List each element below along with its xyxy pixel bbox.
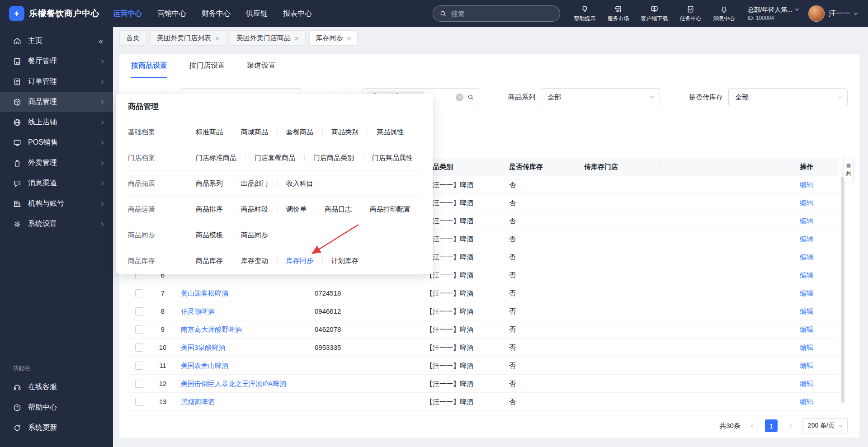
- page-size-select[interactable]: 200 条/页: [802, 418, 848, 433]
- edit-link[interactable]: 编辑: [800, 217, 813, 225]
- top-nav-item[interactable]: 财务中心: [202, 9, 231, 19]
- clear-icon[interactable]: ×: [456, 94, 463, 101]
- menu-item[interactable]: 商品库存: [187, 257, 232, 265]
- menu-item[interactable]: 套餐商品: [277, 128, 322, 136]
- top-nav-item[interactable]: 供应链: [246, 9, 268, 19]
- menu-group-extension: 商品拓展 商品系列出品部门收入科目: [128, 171, 421, 197]
- product-name-link[interactable]: 黄山迎客松啤酒: [181, 289, 228, 297]
- org-selector[interactable]: 总部/年轻人第... ID: 100004: [747, 5, 798, 22]
- panel-tab[interactable]: 按门店设置: [189, 54, 225, 78]
- product-name-link[interactable]: 南京高大师酸野啤酒: [181, 325, 242, 333]
- table-scrollbar[interactable]: [841, 177, 844, 403]
- edit-link[interactable]: 编辑: [800, 199, 813, 207]
- global-search-input[interactable]: [451, 10, 553, 18]
- product-name-link[interactable]: 美国击倒巨人暴龙之王浑浊IPA啤酒: [181, 380, 286, 387]
- task-center-button[interactable]: 任务中心: [679, 5, 701, 23]
- top-nav-item[interactable]: 营销中心: [157, 9, 186, 19]
- menu-item[interactable]: 出品部门: [232, 179, 277, 188]
- sidebar-item-online-store[interactable]: 线上店铺: [0, 112, 113, 132]
- edit-link[interactable]: 编辑: [800, 307, 813, 315]
- close-icon[interactable]: ×: [295, 35, 299, 42]
- next-page-button[interactable]: [784, 420, 796, 432]
- open-tab[interactable]: 库存同步 ×: [309, 30, 358, 46]
- product-name-link[interactable]: 美国农舍山啤酒: [181, 362, 228, 369]
- edit-link[interactable]: 编辑: [800, 380, 813, 387]
- menu-item[interactable]: 商品类别: [322, 128, 368, 136]
- sidebar-item-system-update[interactable]: 系统更新: [0, 418, 113, 438]
- sidebar-item-help-center[interactable]: ? 帮助中心: [0, 397, 113, 418]
- sidebar-item-settings[interactable]: 系统设置: [0, 214, 113, 234]
- row-checkbox[interactable]: [135, 289, 143, 297]
- edit-link[interactable]: 编辑: [800, 235, 813, 243]
- row-checkbox[interactable]: [135, 398, 143, 406]
- sidebar-item-message-channel[interactable]: 消息渠道: [0, 173, 113, 193]
- sidebar-item-pos[interactable]: POS销售: [0, 132, 113, 153]
- table-row: 11 美国农舍山啤酒 【汪一一】啤酒 否 编辑: [128, 357, 839, 375]
- edit-link[interactable]: 编辑: [800, 253, 813, 261]
- prev-page-button[interactable]: [747, 420, 759, 432]
- menu-item[interactable]: 菜品属性: [368, 128, 413, 136]
- top-nav-item[interactable]: 运营中心: [113, 9, 142, 19]
- edit-link[interactable]: 编辑: [800, 181, 813, 188]
- service-market-button[interactable]: 服务市场: [607, 5, 629, 23]
- menu-item[interactable]: 商品日志: [316, 205, 361, 214]
- search-icon[interactable]: [467, 94, 474, 101]
- menu-item[interactable]: 库存变动: [232, 257, 277, 265]
- edit-link[interactable]: 编辑: [800, 398, 813, 405]
- open-tab[interactable]: 美团外卖门店商品 ×: [230, 30, 306, 46]
- sidebar-item-org-accounts[interactable]: 机构与账号: [0, 193, 113, 214]
- open-tab[interactable]: 美团外卖门店列表 ×: [150, 30, 226, 46]
- menu-item[interactable]: 商城商品: [232, 128, 277, 136]
- current-page[interactable]: 1: [765, 419, 778, 432]
- edit-link[interactable]: 编辑: [800, 343, 813, 351]
- menu-item[interactable]: 计划库存: [322, 257, 368, 265]
- global-search[interactable]: [433, 5, 560, 22]
- menu-item[interactable]: 标准商品: [187, 128, 232, 136]
- series-select[interactable]: 全部: [541, 88, 660, 106]
- menu-item[interactable]: 商品模板: [187, 231, 232, 240]
- top-nav-item[interactable]: 报表中心: [283, 9, 312, 19]
- edit-link[interactable]: 编辑: [800, 289, 813, 297]
- sidebar-item-home[interactable]: 主页 «: [0, 31, 113, 51]
- row-checkbox[interactable]: [135, 362, 143, 370]
- product-name-link[interactable]: 黑烟囱啤酒: [181, 398, 215, 405]
- menu-item[interactable]: 商品排序: [187, 205, 232, 214]
- close-icon[interactable]: ×: [347, 35, 351, 42]
- user-menu[interactable]: 汪一一: [808, 5, 857, 22]
- menu-item[interactable]: 库存同步: [277, 257, 322, 265]
- product-name-link[interactable]: 美国3泉酸啤酒: [181, 343, 225, 351]
- menu-item[interactable]: 调价单: [277, 205, 316, 214]
- menu-item[interactable]: 商品时段: [232, 205, 277, 214]
- sidebar-collapse-icon[interactable]: «: [99, 37, 103, 45]
- transfer-stock-select[interactable]: 全部: [728, 88, 848, 106]
- edit-link[interactable]: 编辑: [800, 362, 813, 369]
- menu-item[interactable]: 商品系列: [187, 179, 232, 188]
- row-checkbox[interactable]: [135, 343, 143, 352]
- menu-item[interactable]: 门店菜品属性: [363, 154, 422, 162]
- sidebar-item-products[interactable]: 商品管理: [0, 92, 113, 112]
- sidebar-item-orders[interactable]: 订单管理: [0, 71, 113, 92]
- help-tips-button[interactable]: 帮助提示: [574, 5, 595, 23]
- close-icon[interactable]: ×: [215, 35, 219, 42]
- open-tab[interactable]: 首页 ×: [119, 30, 146, 46]
- message-center-button[interactable]: 消息中心: [713, 5, 735, 23]
- menu-item[interactable]: 门店商品类别: [304, 154, 363, 162]
- sidebar-item-takeout[interactable]: 外卖管理: [0, 153, 113, 173]
- menu-item[interactable]: 商品打印配置: [361, 205, 420, 214]
- client-download-button[interactable]: 客户端下载: [641, 5, 668, 23]
- product-name-link[interactable]: 伯灵顿啤酒: [181, 307, 215, 315]
- row-checkbox[interactable]: [135, 307, 143, 315]
- menu-item[interactable]: 门店套餐商品: [245, 154, 304, 162]
- edit-link[interactable]: 编辑: [800, 325, 813, 333]
- sidebar-item-restaurant[interactable]: 餐厅管理: [0, 51, 113, 71]
- row-checkbox[interactable]: [135, 380, 143, 388]
- sidebar-item-online-support[interactable]: 在线客服: [0, 377, 113, 397]
- row-checkbox[interactable]: [135, 325, 143, 334]
- column-settings-button[interactable]: ▦ 列: [844, 157, 854, 183]
- edit-link[interactable]: 编辑: [800, 271, 813, 279]
- menu-item[interactable]: 收入科目: [277, 179, 322, 188]
- menu-item[interactable]: 门店标准商品: [187, 154, 245, 162]
- menu-item[interactable]: 商品同步: [232, 231, 277, 240]
- panel-tab[interactable]: 渠道设置: [247, 54, 276, 78]
- panel-tab[interactable]: 按商品设置: [131, 54, 167, 78]
